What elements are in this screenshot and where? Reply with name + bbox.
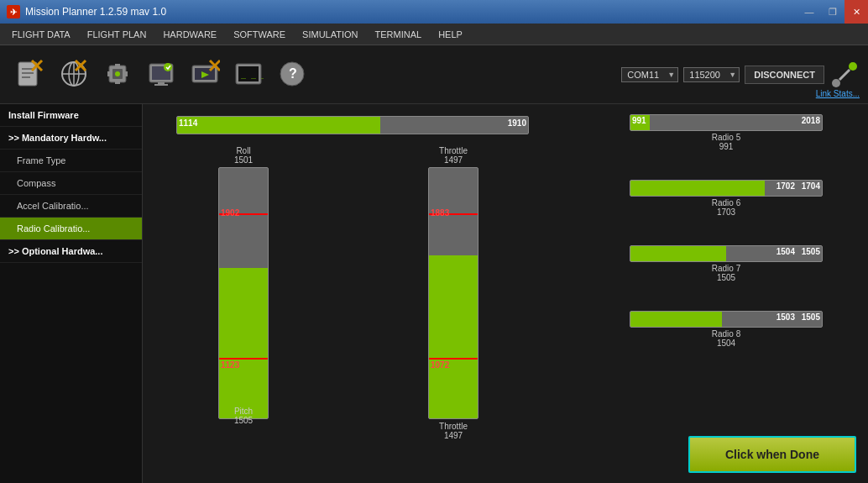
r5-label-area: Radio 5 991: [630, 133, 823, 151]
svg-text:?: ?: [289, 66, 297, 81]
roll-bottom-marker: [219, 358, 268, 360]
svg-rect-22: [154, 84, 168, 86]
menu-terminal[interactable]: TERMINAL: [367, 26, 431, 43]
roll-v-bar: 1902 1123: [218, 167, 269, 419]
r6-right-val: 1704: [802, 181, 820, 191]
flightplan-icon: [59, 59, 89, 89]
roll-value: 1501: [234, 155, 253, 165]
r5-bar-container: 991 2018 Radio 5 991: [630, 114, 823, 151]
sidebar-mandatory-hw[interactable]: >> Mandatory Hardw...: [0, 127, 142, 150]
simulation-icon: [190, 59, 220, 89]
sidebar-compass[interactable]: Compass: [0, 172, 142, 195]
menu-bar: FLIGHT DATA FLIGHT PLAN HARDWARE SOFTWAR…: [0, 24, 868, 45]
r8-right-val: 1505: [802, 312, 820, 322]
r5-label: Radio 5: [712, 133, 740, 142]
restore-button[interactable]: ❐: [821, 0, 844, 24]
roll-range-bar-container: 1114 1910: [176, 116, 529, 134]
sidebar-install-firmware[interactable]: Install Firmware: [0, 104, 142, 127]
app-icon: ✈: [7, 5, 20, 18]
r6-label: Radio 6: [712, 198, 740, 207]
sidebar-accel-cal[interactable]: Accel Calibratio...: [0, 195, 142, 218]
pitch-label-area: Pitch 1505: [218, 407, 269, 425]
r7-bar-container: 1504 1505 Radio 7 1505: [630, 245, 823, 282]
toolbar-terminal-btn[interactable]: _ _ _: [227, 55, 270, 94]
throttle-label: Throttle: [439, 146, 468, 155]
toolbar-flightplan-btn[interactable]: [52, 55, 96, 94]
sidebar-optional-hw[interactable]: >> Optional Hardwa...: [0, 240, 142, 263]
roll-range-bar: 1114 1910: [176, 116, 529, 134]
link-stats-link[interactable]: Link Stats...: [816, 89, 860, 98]
sidebar: Install Firmware >> Mandatory Hardw... F…: [0, 104, 143, 483]
r7-value: 1505: [717, 273, 735, 282]
r8-label: Radio 8: [712, 329, 740, 339]
svg-rect-16: [115, 64, 120, 67]
pitch-value: 1505: [234, 416, 253, 425]
menu-hardware[interactable]: HARDWARE: [154, 26, 225, 43]
port-dropdown-wrap[interactable]: COM11 ▼: [621, 67, 678, 82]
software-icon: [146, 59, 176, 89]
throttle-v-bar: 1883 1072: [428, 167, 478, 419]
close-button[interactable]: ✕: [844, 0, 868, 24]
baud-dropdown-wrap[interactable]: 115200 ▼: [683, 67, 740, 82]
hardware-icon: [102, 59, 133, 89]
r7-label: Radio 7: [712, 264, 740, 273]
menu-simulation[interactable]: SIMULATION: [294, 26, 366, 43]
sidebar-frame-type[interactable]: Frame Type: [0, 150, 142, 172]
toolbar-hardware-btn[interactable]: [96, 55, 139, 94]
r6-value: 1703: [717, 207, 735, 217]
throttle-top-val: 1883: [431, 208, 449, 218]
r5-left-val: 991: [632, 116, 646, 125]
flightdata-icon: [15, 59, 45, 89]
toolbar-help-btn[interactable]: ?: [270, 55, 314, 94]
r8-value: 1504: [717, 339, 735, 348]
toolbar: _ _ _ ? COM11 ▼ 115200 ▼ DISCONNECT L: [0, 45, 868, 104]
throttle-label-below: Throttle 1497: [428, 422, 478, 440]
r7-left-val: 1504: [776, 247, 795, 256]
throttle-bottom-marker: [429, 358, 478, 360]
menu-flight-data[interactable]: FLIGHT DATA: [3, 26, 79, 43]
r6-label-area: Radio 6 1703: [630, 198, 823, 217]
toolbar-software-btn[interactable]: [139, 55, 183, 94]
r6-h-bar: 1702 1704: [630, 180, 823, 197]
r8-bar-container: 1503 1505 Radio 8 1504: [630, 311, 823, 348]
roll-top-val: 1902: [221, 208, 239, 218]
svg-point-35: [832, 79, 840, 87]
disconnect-button[interactable]: DISCONNECT: [745, 66, 824, 84]
svg-point-34: [849, 62, 857, 71]
svg-line-36: [839, 70, 850, 80]
svg-rect-15: [124, 71, 128, 76]
toolbar-simulation-btn[interactable]: [183, 55, 227, 94]
r7-label-area: Radio 7 1505: [630, 264, 823, 282]
roll-bottom-val: 1123: [221, 360, 239, 370]
menu-software[interactable]: SOFTWARE: [225, 26, 294, 43]
main-layout: Install Firmware >> Mandatory Hardw... F…: [0, 104, 868, 483]
r7-right-val: 1505: [802, 247, 820, 256]
done-button[interactable]: Click when Done: [688, 436, 856, 473]
svg-point-23: [164, 63, 172, 71]
minimize-button[interactable]: —: [797, 0, 821, 24]
roll-bar-wrapper: Roll 1501 1902 1123: [218, 146, 269, 419]
menu-help[interactable]: HELP: [430, 26, 471, 43]
r6-bar-container: 1702 1704 Radio 6 1703: [630, 180, 823, 217]
top-bar-right-val: 1910: [508, 118, 526, 128]
svg-rect-14: [107, 71, 111, 76]
sidebar-radio-cal[interactable]: Radio Calibratio...: [0, 218, 142, 240]
r5-h-bar: 991 2018: [630, 114, 823, 131]
r8-label-area: Radio 8 1504: [630, 329, 823, 348]
svg-text:_ _ _: _ _ _: [241, 69, 264, 79]
connect-icon: [829, 60, 860, 90]
terminal-icon: _ _ _: [233, 59, 264, 89]
svg-rect-17: [115, 81, 120, 84]
r5-value: 991: [719, 142, 734, 151]
roll-label: Roll: [236, 146, 250, 155]
menu-flight-plan[interactable]: FLIGHT PLAN: [79, 26, 155, 43]
baud-select[interactable]: 115200: [683, 67, 740, 82]
title-bar: ✈ Mission Planner 1.2.59 mav 1.0 — ❐ ✕: [0, 0, 868, 24]
top-bar-left-val: 1114: [179, 118, 197, 128]
svg-point-18: [115, 71, 120, 76]
port-select[interactable]: COM11: [621, 67, 678, 82]
svg-rect-0: [18, 62, 37, 86]
window-title: Mission Planner 1.2.59 mav 1.0: [25, 6, 166, 18]
toolbar-flightdata-btn[interactable]: [8, 55, 52, 94]
r8-left-val: 1503: [776, 312, 795, 322]
